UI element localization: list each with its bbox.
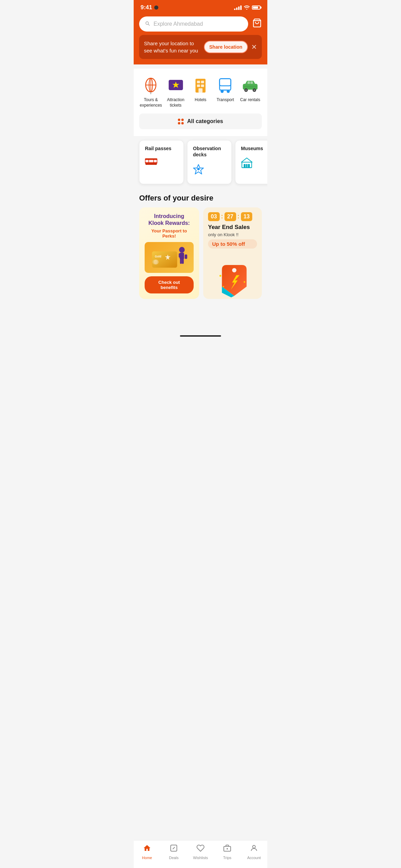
share-location-button[interactable]: Share location <box>204 41 248 53</box>
museums-icon <box>241 157 253 171</box>
category-hotels[interactable]: Hotels <box>189 75 212 108</box>
svg-rect-12 <box>201 85 204 87</box>
svg-point-38 <box>197 168 199 170</box>
categories-grid: Tours &experiences Attractiontickets <box>139 75 262 108</box>
svg-rect-27 <box>251 81 253 84</box>
offers-section: Offers of your desire IntroducingKlook R… <box>134 188 267 306</box>
svg-rect-54 <box>184 254 187 259</box>
svg-rect-13 <box>198 88 203 93</box>
header: Explore Ahmedabad Share your location to… <box>134 14 267 64</box>
status-icons <box>234 5 260 11</box>
svg-rect-14 <box>220 79 231 90</box>
svg-rect-55 <box>180 259 182 264</box>
offers-grid: IntroducingKlook Rewards: Your Passport … <box>139 207 262 299</box>
location-banner: Share your location to see what's fun ne… <box>139 35 262 59</box>
countdown-colon-2: : <box>238 213 240 220</box>
signal-icon <box>234 5 242 10</box>
svg-point-61 <box>223 286 224 287</box>
subcat-museums-label: Museums <box>241 145 263 152</box>
category-transport[interactable]: Transport <box>214 75 237 108</box>
svg-rect-32 <box>149 160 154 162</box>
tours-icon <box>141 75 160 95</box>
camera-dot <box>154 5 158 10</box>
svg-text:Gold: Gold <box>155 255 161 258</box>
category-tours[interactable]: Tours &experiences <box>139 75 162 108</box>
countdown-seconds: 13 <box>241 212 253 221</box>
rail-icon <box>145 157 157 169</box>
svg-point-57 <box>232 268 236 273</box>
check-benefits-button[interactable]: Check out benefits <box>145 276 194 293</box>
klook-rewards-card[interactable]: IntroducingKlook Rewards: Your Passport … <box>139 207 199 299</box>
category-attraction-label: Attractiontickets <box>167 97 184 108</box>
status-time: 9:41 <box>141 4 152 11</box>
svg-rect-26 <box>247 81 250 84</box>
svg-point-23 <box>245 89 247 91</box>
countdown-minutes: 27 <box>224 212 236 221</box>
sale-image <box>208 267 257 294</box>
sale-discount: Up to 50% off <box>208 239 257 249</box>
transport-icon <box>216 75 235 95</box>
svg-rect-11 <box>197 85 200 87</box>
hotels-icon <box>191 75 210 95</box>
all-categories-button[interactable]: All categories <box>139 113 262 129</box>
countdown-colon-1: : <box>221 213 223 220</box>
all-categories-label: All categories <box>187 118 223 124</box>
svg-rect-15 <box>220 79 231 86</box>
attraction-icon <box>166 75 185 95</box>
klook-rewards-title: IntroducingKlook Rewards: <box>148 213 190 227</box>
subcat-rail[interactable]: Rail passes <box>139 140 184 184</box>
category-car-label: Car rentals <box>240 97 260 103</box>
search-icon <box>145 21 150 27</box>
subcat-rail-label: Rail passes <box>145 145 171 152</box>
subcat-observation[interactable]: Observationdecks <box>187 140 232 184</box>
svg-rect-53 <box>179 253 181 257</box>
all-categories-icon <box>178 119 184 124</box>
cart-icon[interactable] <box>252 18 262 30</box>
categories-section: Tours &experiences Attractiontickets <box>134 69 267 136</box>
close-banner-button[interactable]: ✕ <box>251 43 257 51</box>
subcat-museums[interactable]: Museums <box>235 140 267 184</box>
search-bar[interactable]: Explore Ahmedabad <box>139 16 248 32</box>
svg-rect-44 <box>242 167 252 168</box>
svg-marker-40 <box>241 158 252 162</box>
klook-rewards-image: Gold <box>145 242 194 273</box>
category-transport-label: Transport <box>217 97 234 103</box>
svg-rect-56 <box>182 259 184 264</box>
category-car[interactable]: Car rentals <box>239 75 262 108</box>
countdown-hours: 03 <box>208 212 220 221</box>
home-indicator <box>180 335 221 337</box>
klook-rewards-subtitle: Your Passport to Perks! <box>145 228 194 239</box>
svg-point-59 <box>219 275 221 277</box>
observation-icon <box>193 164 204 179</box>
svg-rect-46 <box>152 251 177 268</box>
svg-point-25 <box>253 89 255 91</box>
category-hotels-label: Hotels <box>195 97 206 103</box>
search-placeholder: Explore Ahmedabad <box>154 21 243 27</box>
countdown-row: 03 : 27 : 13 <box>208 212 257 221</box>
category-attraction[interactable]: Attractiontickets <box>164 75 187 108</box>
svg-point-49 <box>152 260 157 265</box>
svg-rect-42 <box>246 164 247 168</box>
svg-rect-31 <box>145 160 148 162</box>
year-end-sale-card[interactable]: 03 : 27 : 13 Year End Sales only on Kloo… <box>203 207 262 299</box>
svg-rect-34 <box>145 164 157 165</box>
sale-title: Year End Sales <box>208 224 257 231</box>
wifi-icon <box>244 5 250 11</box>
offers-title: Offers of your desire <box>139 194 262 203</box>
battery-icon <box>252 5 260 10</box>
svg-rect-43 <box>248 164 250 168</box>
svg-point-60 <box>243 281 245 283</box>
svg-rect-33 <box>154 160 157 162</box>
svg-point-51 <box>179 247 185 253</box>
svg-rect-10 <box>201 81 204 83</box>
sale-subtitle: only on Klook !! <box>208 232 257 237</box>
subcategories-scroll: Rail passes Observationdecks <box>134 136 267 188</box>
category-tours-label: Tours &experiences <box>140 97 162 108</box>
status-bar: 9:41 <box>134 0 267 14</box>
car-icon <box>241 75 260 95</box>
location-text: Share your location to see what's fun ne… <box>144 40 200 54</box>
svg-rect-9 <box>197 81 200 83</box>
svg-rect-41 <box>244 164 245 168</box>
subcat-observation-label: Observationdecks <box>193 145 221 158</box>
